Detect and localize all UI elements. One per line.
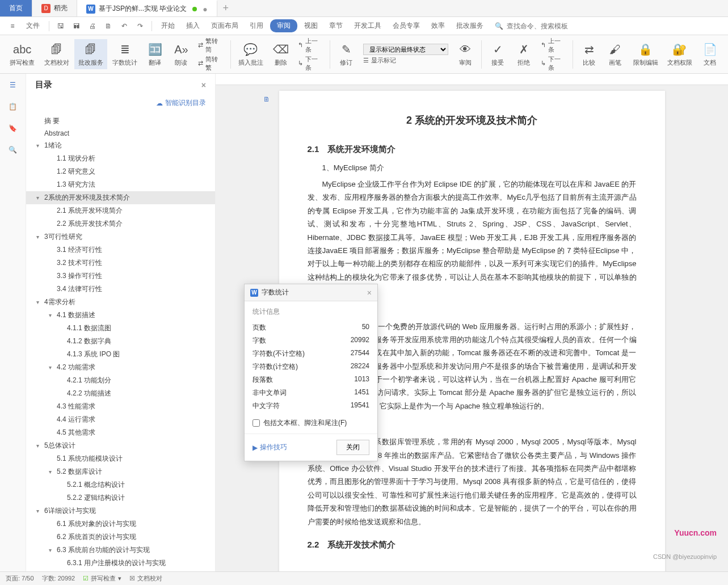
outline-item[interactable]: 4.2.2 功能描述: [26, 387, 215, 400]
close-icon[interactable]: ×: [367, 288, 372, 297]
ribbon-compare[interactable]: ⇄比较: [576, 39, 601, 69]
menu-reference[interactable]: 引用: [245, 21, 268, 31]
ribbon-delete[interactable]: ⌫删除: [268, 39, 293, 69]
menu-start[interactable]: 开始: [157, 21, 179, 31]
menu-devtools[interactable]: 开发工具: [350, 21, 386, 31]
outline-item[interactable]: ▾3可行性研究: [26, 230, 215, 243]
ribbon-prev2[interactable]: ↰上一条: [541, 37, 566, 54]
outline-item[interactable]: 3.1 经济可行性: [26, 243, 215, 256]
ribbon-accept[interactable]: ✓接受: [485, 39, 510, 69]
outline-item[interactable]: Abstract: [26, 128, 215, 139]
outline-item[interactable]: 1.2 研究意义: [26, 165, 215, 178]
menu-chapter[interactable]: 章节: [325, 21, 347, 31]
menu-member[interactable]: 会员专享: [388, 21, 424, 31]
status-words[interactable]: 字数: 20992: [42, 574, 75, 583]
file-menu[interactable]: 文件: [22, 21, 44, 31]
outline-item[interactable]: ▾1绪论: [26, 139, 215, 152]
outline-item[interactable]: 1.3 研究方法: [26, 178, 215, 191]
ruler[interactable]: [216, 74, 728, 85]
rail-bookmark-icon[interactable]: 🔖: [7, 123, 19, 134]
menu-layout[interactable]: 页面布局: [207, 21, 243, 31]
menu-approve[interactable]: 批改服务: [452, 21, 488, 31]
ribbon-insert-comment[interactable]: 💬插入批注: [234, 39, 267, 69]
outline-item[interactable]: ▾4.1 数据描述: [26, 309, 215, 322]
outline-item[interactable]: 5.2.2 逻辑结构设计: [26, 491, 215, 504]
smart-outline-link[interactable]: 智能识别目录: [165, 98, 206, 108]
outline-item[interactable]: ▾5总体设计: [26, 439, 215, 452]
outline-item[interactable]: 2.1 系统开发环境简介: [26, 204, 215, 217]
tab-home[interactable]: 首页: [0, 0, 32, 16]
outline-item[interactable]: ▾2系统的开发环境及技术简介: [26, 191, 215, 204]
outline-item[interactable]: 1.1 现状分析: [26, 152, 215, 165]
status-page[interactable]: 页面: 7/50: [6, 574, 34, 583]
print-preview-icon[interactable]: 🗎: [102, 19, 115, 33]
new-tab-button[interactable]: +: [217, 0, 234, 16]
rail-outline-icon[interactable]: ☰: [7, 79, 19, 91]
rail-search-icon[interactable]: 🔍: [7, 144, 19, 155]
menu-review[interactable]: 审阅: [270, 19, 297, 32]
tab-docker[interactable]: D 稻壳: [32, 0, 77, 16]
ribbon-restrict[interactable]: 🔒限制编辑: [629, 39, 662, 69]
outline-item[interactable]: 2.2 系统开发技术简介: [26, 217, 215, 230]
outline-item[interactable]: ▾4需求分析: [26, 296, 215, 309]
show-markup-select[interactable]: 显示标记的最终状态: [363, 44, 448, 55]
outline-item[interactable]: 摘 要: [26, 115, 215, 128]
outline-item[interactable]: ▾6详细设计与实现: [26, 504, 215, 517]
ribbon-edit[interactable]: ✎修订: [334, 39, 359, 69]
ribbon-next2[interactable]: ↳下一条: [541, 55, 566, 72]
save-as-icon[interactable]: 🖬: [70, 19, 83, 33]
close-panel-icon[interactable]: ×: [201, 81, 206, 90]
outline-item[interactable]: 5.2.1 概念结构设计: [26, 478, 215, 491]
close-button[interactable]: 关闭: [336, 440, 369, 455]
redo-icon[interactable]: ↷: [133, 19, 147, 33]
outline-item[interactable]: 4.1.2 数据字典: [26, 335, 215, 348]
ribbon-auth[interactable]: 📄文档: [697, 39, 722, 69]
ribbon-reject[interactable]: ✗拒绝: [511, 39, 536, 69]
tab-document[interactable]: W 基于JSP的鲜...实现 毕业论文 ●: [77, 0, 217, 16]
status-spellcheck[interactable]: ☑拼写检查▾: [83, 574, 121, 583]
outline-item[interactable]: ▾6.3 系统前台功能的设计与实现: [26, 544, 215, 557]
ribbon-brush[interactable]: 🖌画笔: [603, 39, 628, 69]
rail-clipboard-icon[interactable]: 📋: [7, 101, 19, 112]
outline-item[interactable]: 3.3 操作可行性: [26, 270, 215, 283]
ribbon-show-markup[interactable]: ☰显示标记: [363, 56, 448, 65]
include-footnote-checkbox[interactable]: 包括文本框、脚注和尾注(F): [253, 418, 369, 428]
hamburger-icon[interactable]: ≡: [6, 19, 19, 33]
undo-icon[interactable]: ↶: [117, 19, 131, 33]
ribbon-approve-service[interactable]: 🗐批改服务: [74, 39, 107, 69]
outline-item[interactable]: ▾5.2 数据库设计: [26, 465, 215, 478]
outline-item[interactable]: 5.1 系统功能模块设计: [26, 452, 215, 465]
save-icon[interactable]: 🖫: [54, 19, 68, 33]
ribbon-spellcheck[interactable]: abc拼写检查: [6, 39, 39, 69]
search-input[interactable]: [507, 22, 575, 30]
outline-item[interactable]: 4.5 其他需求: [26, 426, 215, 439]
ribbon-translate[interactable]: 🈁翻译: [142, 39, 167, 69]
outline-item[interactable]: 3.2 技术可行性: [26, 256, 215, 270]
outline-item[interactable]: 6.3.1 用户注册模块的设计与实现: [26, 557, 215, 570]
menu-insert[interactable]: 插入: [182, 21, 204, 31]
ribbon-chs[interactable]: ⇄简转繁: [198, 55, 223, 72]
ribbon-review[interactable]: 👁审阅: [453, 39, 478, 69]
outline-item[interactable]: 6.1 系统对象的设计与实现: [26, 517, 215, 531]
outline-item[interactable]: 4.3 性能需求: [26, 400, 215, 413]
menu-view[interactable]: 视图: [300, 21, 322, 31]
outline-item[interactable]: ▾4.2 功能需求: [26, 361, 215, 374]
outline-item[interactable]: 4.4 运行需求: [26, 413, 215, 426]
outline-item[interactable]: 4.2.1 功能划分: [26, 374, 215, 387]
outline-item[interactable]: 6.2 系统首页的设计与实现: [26, 531, 215, 544]
tips-link[interactable]: ▶ 操作技巧: [253, 443, 287, 452]
tab-close-icon[interactable]: ●: [203, 5, 207, 14]
ribbon-cht[interactable]: ⇄繁转简: [198, 37, 223, 54]
ribbon-wordcount[interactable]: ≣字数统计: [108, 39, 141, 69]
print-icon[interactable]: 🖨: [86, 19, 99, 33]
outline-list[interactable]: 摘 要Abstract▾1绪论1.1 现状分析1.2 研究意义1.3 研究方法▾…: [26, 112, 215, 571]
menu-efficiency[interactable]: 效率: [427, 21, 449, 31]
ribbon-proofread[interactable]: 🗐文档校对: [40, 39, 73, 69]
ribbon-perm[interactable]: 🔐文档权限: [663, 39, 696, 69]
ribbon-next-comment[interactable]: ↳下一条: [298, 55, 323, 72]
outline-item[interactable]: 4.1.1 数据流图: [26, 322, 215, 335]
ribbon-read-aloud[interactable]: A»朗读: [169, 39, 193, 69]
outline-item[interactable]: 4.1.3 系统 IPO 图: [26, 348, 215, 361]
outline-item[interactable]: 3.4 法律可行性: [26, 283, 215, 296]
checkbox-input[interactable]: [253, 419, 260, 427]
